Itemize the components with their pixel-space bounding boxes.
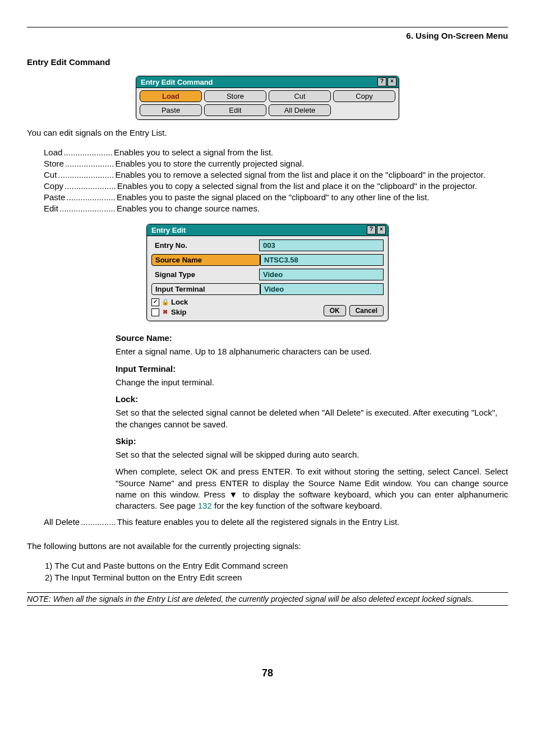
close-icon[interactable]: × [388,77,396,86]
dialog-title: Entry Edit Command [141,78,213,86]
close-icon[interactable]: × [377,225,386,234]
unavailable-list: 1) The Cut and Paste buttons on the Entr… [45,561,508,582]
definition-list: Load.....................Enables you to … [44,147,508,213]
def-desc: Enables you to remove a selected signal … [115,170,508,179]
input-terminal-desc: Change the input terminal. [116,377,508,388]
all-delete-button[interactable]: All Delete [269,104,331,116]
entry-edit-command-dialog: Entry Edit Command ? × Load Store Cut Co… [136,76,399,120]
store-button[interactable]: Store [204,90,266,102]
def-term: Store [44,159,64,168]
signal-type-label: Signal Type [151,269,259,280]
source-name-desc: Enter a signal name. Up to 18 alphanumer… [116,346,508,357]
unavailable-para: The following buttons are not available … [27,541,508,551]
def-term: All Delete [44,517,80,527]
input-terminal-button[interactable]: Input Terminal [151,283,260,295]
source-name-heading: Source Name: [116,333,508,344]
dialog-title: Entry Edit [151,226,186,234]
paste-button[interactable]: Paste [140,104,202,116]
header-section-title: 6. Using On-Screen Menu [27,31,508,40]
input-terminal-value[interactable]: Video [260,283,384,295]
lock-checkbox[interactable]: ✓ [151,298,159,306]
lock-label: Lock [171,298,188,306]
def-desc: Enables you to copy a selected signal fr… [117,181,508,191]
source-name-value[interactable]: NTSC3.58 [260,254,384,266]
skip-heading: Skip: [116,436,508,447]
section-heading: Entry Edit Command [27,57,508,67]
lock-icon: 🔒 [162,298,169,306]
signal-type-value: Video [259,269,384,280]
help-icon[interactable]: ? [367,225,376,234]
list-item: 2) The Input Terminal button on the Entr… [45,573,508,582]
entry-no-label: Entry No. [151,240,259,251]
entry-no-value: 003 [259,239,384,251]
def-term: Edit [44,204,58,213]
def-desc: Enables you to select a signal from the … [114,147,508,157]
complete-desc: When complete, select OK and press ENTER… [116,466,508,511]
page-number: 78 [27,667,508,679]
def-term: Paste [44,192,65,202]
def-term: Copy [44,181,63,191]
list-item: 1) The Cut and Paste buttons on the Entr… [45,561,508,570]
skip-desc: Set so that the selected signal will be … [116,449,508,460]
page-ref-link[interactable]: 132 [198,501,212,510]
help-icon[interactable]: ? [377,77,386,86]
skip-checkbox[interactable] [151,308,159,316]
cancel-button[interactable]: Cancel [349,305,384,316]
def-desc: Enables you to store the currently proje… [115,159,508,168]
load-button[interactable]: Load [140,90,202,102]
source-name-button[interactable]: Source Name [151,254,260,266]
skip-icon: ✖ [162,308,169,316]
edit-button[interactable]: Edit [204,104,266,116]
ok-button[interactable]: OK [324,305,346,316]
def-term: Cut [44,170,57,179]
note-box: NOTE: When all the signals in the Entry … [27,592,508,606]
skip-label: Skip [171,308,186,316]
def-term: Load [44,147,62,157]
description-block: Source Name: Enter a signal name. Up to … [116,333,508,511]
intro-paragraph: You can edit signals on the Entry List. [27,128,508,137]
entry-edit-dialog: Entry Edit ? × Entry No. 003 Source Name… [146,224,389,321]
lock-heading: Lock: [116,394,508,405]
cut-button[interactable]: Cut [269,90,331,102]
input-terminal-heading: Input Terminal: [116,363,508,375]
def-desc: Enables you to change source names. [117,204,508,213]
def-desc: This feature enables you to delete all t… [117,517,508,527]
lock-desc: Set so that the selected signal cannot b… [116,407,508,430]
def-desc: Enables you to paste the signal placed o… [117,192,508,202]
copy-button[interactable]: Copy [333,90,395,102]
